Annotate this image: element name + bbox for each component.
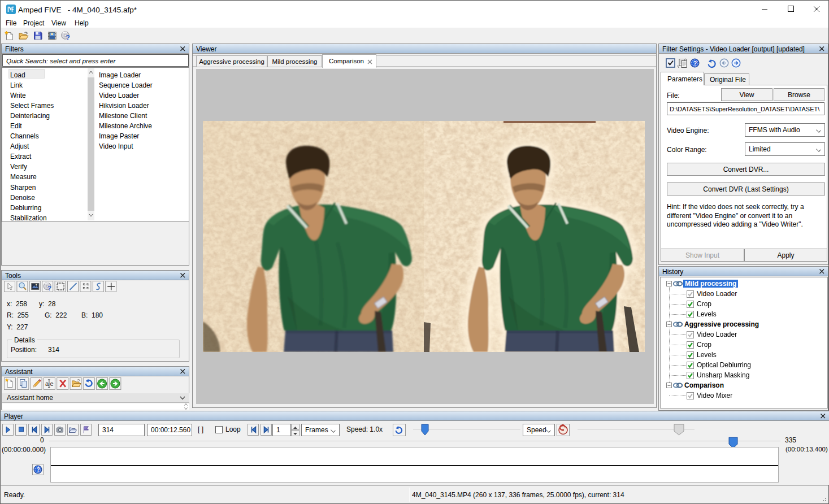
svg-text:?: ? xyxy=(693,60,697,67)
svg-text:?: ? xyxy=(66,34,70,42)
svg-text:a: a xyxy=(45,380,49,387)
svg-text:?: ? xyxy=(47,285,51,292)
svg-text:?: ? xyxy=(37,467,40,473)
svg-text:e: e xyxy=(50,380,53,387)
